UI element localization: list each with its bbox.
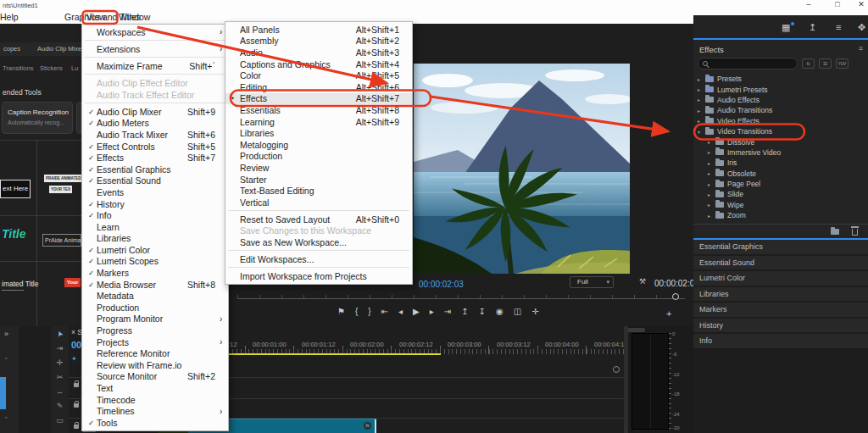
effects-tree-row[interactable]: ▸ Page Peel (693, 179, 868, 189)
dock-icon[interactable]: ▪ (5, 414, 7, 420)
chevron-icon[interactable]: ▸ (708, 181, 715, 187)
effect-filter-badge[interactable]: 32 (819, 58, 832, 69)
add-marker-icon[interactable]: ⚑ (337, 307, 345, 316)
panel-options-icon[interactable]: ≡ (836, 23, 841, 32)
category-chip[interactable]: Stickers (40, 64, 63, 72)
workspaces-menu-item[interactable]: Captions and Graphics Alt+Shift+4 (225, 58, 412, 70)
window-menu-item[interactable]: Maximize Frame Shift+` (82, 60, 228, 72)
settings-icon[interactable]: ✛ (531, 307, 538, 316)
chevron-icon[interactable]: ▾ (698, 129, 705, 135)
collapsed-panel-header[interactable]: Markers (693, 303, 868, 317)
maximize-panels-icon[interactable]: ✥ (858, 23, 865, 32)
window-menu-item[interactable]: ✓ Media Browser Shift+8 (82, 279, 228, 291)
category-chip[interactable]: Transitions (3, 64, 33, 72)
collapsed-panel-header[interactable]: Lumetri Color (693, 271, 868, 286)
window-menu-item[interactable]: Libraries (82, 233, 228, 245)
slip-tool[interactable]: ↔ (51, 384, 69, 398)
monitor-playhead[interactable] (672, 293, 679, 300)
monitor-scrubber[interactable] (237, 298, 685, 299)
window-menu-item[interactable]: Metadata (82, 290, 228, 302)
workspaces-menu-item[interactable]: Color Alt+Shift+5 (225, 69, 412, 81)
window-menu-item[interactable]: Progress (82, 325, 228, 336)
fx-badge[interactable]: fx (364, 422, 371, 430)
zoom-level-select[interactable]: Full ▾ (570, 276, 614, 288)
window-menu-item[interactable]: Projects › (82, 336, 228, 348)
collapsed-panel-header[interactable]: Essential Sound (693, 256, 868, 270)
animated-title-template[interactable]: imated Title (2, 280, 38, 288)
window-menu-item[interactable]: ✓ Info (82, 209, 228, 221)
monitor-current-timecode[interactable]: 00:00:02:03 (419, 280, 464, 289)
chevron-icon[interactable]: ▸ (708, 170, 715, 176)
window-menu-item[interactable]: Text (82, 382, 228, 394)
workspaces-menu-item[interactable]: Edit Workspaces... (225, 253, 412, 265)
effects-tree-row[interactable]: ▸ Iris (693, 158, 868, 168)
expand-panel-icon[interactable]: » (4, 330, 8, 338)
workspaces-menu-item[interactable]: Metalogging (225, 139, 412, 151)
chevron-icon[interactable]: ▸ (708, 192, 715, 197)
step-back-icon[interactable]: ◂ (398, 307, 403, 316)
window-menu-item[interactable]: ✓ Essential Sound (82, 175, 228, 187)
window-menu-item[interactable]: Production (82, 302, 228, 314)
workspaces-menu-item[interactable]: Libraries (225, 127, 412, 139)
workspaces-menu-item[interactable]: Save Changes to this Workspace (225, 225, 412, 237)
window-menu-item[interactable]: ✓ Lumetri Scopes (82, 256, 228, 268)
category-chip[interactable]: Lu (71, 64, 78, 72)
workspaces-menu-item[interactable]: Learning Alt+Shift+9 (225, 116, 412, 128)
effects-tree-row[interactable]: ▸ Lumetri Presets (693, 84, 868, 94)
workspaces-menu-item[interactable]: Import Workspace from Projects (225, 270, 412, 282)
button-editor-add-icon[interactable]: + (666, 308, 671, 319)
play-icon[interactable]: ▶ (413, 307, 420, 316)
workspaces-menu-item[interactable]: Assembly Alt+Shift+2 (225, 36, 412, 47)
effects-tree-row[interactable]: ▸ Dissolve (693, 136, 868, 147)
extract-icon[interactable]: ↧ (479, 307, 486, 316)
window-menu-item[interactable]: Audio Track Effect Editor (82, 89, 228, 101)
window-menu-item[interactable]: ✓ Audio Meters (82, 118, 228, 130)
collapsed-panel-header[interactable]: Essential Graphics (693, 240, 868, 254)
effects-search-input[interactable] (698, 58, 798, 69)
effects-tree-row[interactable]: ▸ Audio Effects (693, 95, 868, 105)
workspaces-menu-item[interactable]: Audio Alt+Shift+3 (225, 47, 412, 58)
window-menu-item[interactable]: Workspaces › (82, 26, 228, 38)
window-menu-item[interactable]: ✓ Effect Controls Shift+5 (82, 141, 228, 153)
lift-icon[interactable]: ↥ (461, 307, 468, 316)
workspaces-menu-item[interactable]: Reset to Saved Layout Alt+Shift+0 (225, 214, 412, 225)
comparison-view-icon[interactable]: ◫ (514, 307, 521, 316)
workspaces-menu-item[interactable]: Essentials Alt+Shift+8 (225, 104, 412, 116)
window-menu-item[interactable]: Timecode (82, 394, 228, 406)
workspaces-menu-item[interactable]: Vertical (225, 197, 412, 208)
window-menu-item[interactable]: Source Monitor Shift+2 (82, 371, 228, 383)
delete-icon[interactable] (852, 229, 858, 236)
panel-tab[interactable]: copes (3, 45, 20, 53)
window-menu-item[interactable]: ✓ Lumetri Color (82, 244, 228, 256)
rectangle-tool[interactable]: ▭ (51, 413, 69, 427)
effects-tree-row[interactable]: ▸ Immersive Video (693, 147, 868, 158)
template-label[interactable]: YOUR TEX (49, 186, 72, 193)
chevron-icon[interactable]: ▸ (708, 139, 715, 145)
praide-animate-template[interactable]: PrAide Animate (42, 234, 81, 247)
window-menu-item[interactable]: Program Monitor › (82, 314, 228, 325)
window-menu-item[interactable]: Review with Frame.io (82, 359, 228, 371)
window-menu-item[interactable]: Learn (82, 221, 228, 233)
project-clip-thumbnail[interactable] (0, 377, 6, 409)
selection-tool[interactable]: ➤ (51, 326, 69, 341)
chevron-icon[interactable]: ▸ (698, 97, 705, 103)
effects-tree-row[interactable]: ▸ Zoom (693, 210, 868, 220)
workspaces-menu-item[interactable]: All Panels Alt+Shift+1 (225, 24, 412, 36)
panel-menu-icon[interactable]: ≡ (859, 44, 863, 53)
window-menu-item[interactable]: ✓ Essential Graphics (82, 164, 228, 175)
chevron-icon[interactable]: ▸ (708, 160, 715, 166)
workspace-switcher-icon[interactable]: ▦ (782, 23, 790, 32)
collapsed-panel-header[interactable]: Libraries (693, 287, 868, 302)
wrench-settings-icon[interactable]: ⚒ (639, 277, 646, 286)
track-lock-icon[interactable] (74, 421, 81, 429)
panel-tab[interactable]: Audio Clip Mixer (37, 45, 81, 53)
chevron-icon[interactable]: ▸ (708, 202, 715, 208)
track-lock-icon[interactable] (74, 400, 81, 408)
chevron-icon[interactable]: ▸ (698, 76, 705, 82)
window-menu-item[interactable]: ✓ Effects Shift+7 (82, 152, 228, 164)
chevron-icon[interactable]: ▸ (698, 118, 705, 124)
mark-out-icon[interactable]: } (368, 307, 370, 316)
step-forward-icon[interactable]: ▸ (430, 307, 434, 316)
window-menu-item[interactable]: ✓ Audio Clip Mixer Shift+9 (82, 106, 228, 118)
workspaces-menu-item[interactable]: Starter (225, 174, 412, 186)
